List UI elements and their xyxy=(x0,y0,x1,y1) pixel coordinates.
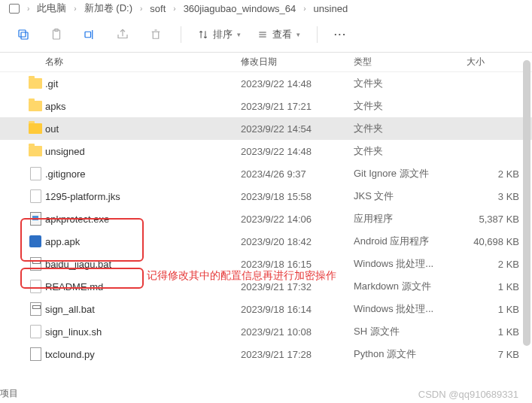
file-date: 2023/9/21 17:32 xyxy=(241,281,354,292)
file-type: JKS 文件 xyxy=(354,189,467,203)
chevron-right-icon: › xyxy=(173,5,175,13)
sort-button[interactable]: 排序 ▾ xyxy=(198,28,241,41)
column-type[interactable]: 类型 xyxy=(354,56,467,68)
file-row[interactable]: README.md2023/9/21 17:32Markdown 源文件1 KB xyxy=(0,275,532,298)
file-date: 2023/9/22 14:54 xyxy=(241,123,354,135)
file-row[interactable]: apkprotect.exe2023/9/22 14:06应用程序5,387 K… xyxy=(0,208,532,230)
file-date: 2023/4/26 9:37 xyxy=(241,168,354,180)
folder-icon xyxy=(29,146,42,156)
file-type: SH 源文件 xyxy=(354,325,467,338)
scrollbar-thumb[interactable] xyxy=(523,60,530,346)
file-type: Markdown 源文件 xyxy=(354,280,467,293)
file-size: 1 KB xyxy=(467,326,519,338)
exe-icon xyxy=(30,212,41,226)
chevron-down-icon: ▾ xyxy=(237,31,241,38)
file-size: 2 KB xyxy=(467,259,519,270)
file-row[interactable]: out2023/9/22 14:54文件夹 xyxy=(0,117,532,140)
file-row[interactable]: sign_linux.sh2023/9/21 10:08SH 源文件1 KB xyxy=(0,320,532,343)
file-name: README.md xyxy=(45,281,241,292)
file-icon xyxy=(30,325,41,338)
file-row[interactable]: baidu_jiagu.bat2023/9/18 16:15Windows 批处… xyxy=(0,253,532,275)
column-name[interactable]: 名称 xyxy=(45,56,241,68)
view-button[interactable]: 查看 ▾ xyxy=(257,28,300,41)
rename-icon[interactable] xyxy=(81,26,98,43)
paste-icon[interactable] xyxy=(48,26,65,43)
file-type: 文件夹 xyxy=(354,122,467,135)
file-size: 1 KB xyxy=(467,281,519,292)
file-type: 文件夹 xyxy=(354,144,467,158)
chevron-right-icon: › xyxy=(27,5,29,13)
share-icon[interactable] xyxy=(114,26,131,43)
file-name: apkprotect.exe xyxy=(45,214,241,225)
divider xyxy=(181,26,181,43)
chevron-right-icon: › xyxy=(74,5,76,13)
file-name: sign_all.bat xyxy=(45,304,241,315)
file-date: 2023/9/22 14:06 xyxy=(241,214,354,225)
file-date: 2023/9/20 18:42 xyxy=(241,236,354,247)
file-row[interactable]: sign_all.bat2023/9/18 16:14Windows 批处理..… xyxy=(0,298,532,320)
file-type: 文件夹 xyxy=(354,99,467,113)
breadcrumb-item[interactable]: 新加卷 (D:) xyxy=(84,2,132,15)
file-date: 2023/9/21 10:08 xyxy=(241,326,354,338)
file-name: app.apk xyxy=(45,236,241,247)
python-icon xyxy=(30,347,41,361)
file-row[interactable]: 1295-platform.jks2023/9/18 15:58JKS 文件3 … xyxy=(0,185,532,208)
file-size: 2 KB xyxy=(467,168,519,180)
bat-icon xyxy=(30,257,41,271)
file-name: .gitignore xyxy=(45,168,241,180)
file-name: txclound.py xyxy=(45,349,241,360)
column-headers: 名称 修改日期 类型 大小 xyxy=(0,53,532,72)
file-list: .git2023/9/22 14:48文件夹apks2023/9/21 17:2… xyxy=(0,72,532,365)
column-date[interactable]: 修改日期 xyxy=(241,56,354,68)
file-date: 2023/9/21 17:21 xyxy=(241,101,354,112)
footer-label: 项目 xyxy=(0,387,18,400)
file-size: 40,698 KB xyxy=(467,236,519,247)
file-name: unsigned xyxy=(45,146,241,157)
file-size: 7 KB xyxy=(467,349,519,360)
bat-icon xyxy=(30,302,41,316)
chevron-down-icon: ▾ xyxy=(296,31,300,38)
trash-icon[interactable] xyxy=(147,26,164,43)
breadcrumb-item[interactable]: 360jiagubao_windows_64 xyxy=(184,3,296,14)
more-button[interactable]: ··· xyxy=(334,29,347,40)
breadcrumb-item[interactable]: unsined xyxy=(314,3,348,14)
file-type: Python 源文件 xyxy=(354,347,467,361)
file-name: 1295-platform.jks xyxy=(45,191,241,202)
svg-rect-1 xyxy=(19,30,26,37)
file-type: Windows 批处理... xyxy=(354,302,467,316)
file-name: baidu_jiagu.bat xyxy=(45,259,241,270)
breadcrumb-item[interactable]: soft xyxy=(150,3,166,14)
file-row[interactable]: .git2023/9/22 14:48文件夹 xyxy=(0,72,532,95)
file-row[interactable]: unsigned2023/9/22 14:48文件夹 xyxy=(0,140,532,162)
svg-rect-4 xyxy=(85,32,91,38)
file-row[interactable]: apks2023/9/21 17:21文件夹 xyxy=(0,95,532,117)
home-icon[interactable] xyxy=(9,4,20,14)
column-size[interactable]: 大小 xyxy=(467,56,519,68)
file-row[interactable]: app.apk2023/9/20 18:42Android 应用程序40,698… xyxy=(0,230,532,253)
copy-icon[interactable] xyxy=(15,26,32,43)
scrollbar[interactable] xyxy=(523,60,530,383)
file-date: 2023/9/18 15:58 xyxy=(241,191,354,202)
breadcrumb-item[interactable]: 此电脑 xyxy=(37,2,66,15)
file-icon xyxy=(30,167,41,180)
file-date: 2023/9/18 16:14 xyxy=(241,304,354,315)
file-name: out xyxy=(45,123,241,135)
divider xyxy=(317,26,318,43)
file-date: 2023/9/22 14:48 xyxy=(241,78,354,89)
folder-icon xyxy=(29,101,42,111)
file-name: .git xyxy=(45,78,241,89)
file-size: 3 KB xyxy=(467,191,519,202)
chevron-right-icon: › xyxy=(303,5,306,13)
file-row[interactable]: txclound.py2023/9/21 17:28Python 源文件7 KB xyxy=(0,343,532,365)
apk-icon xyxy=(29,235,41,247)
file-icon xyxy=(30,189,41,203)
watermark: CSDN @qq910689331 xyxy=(418,389,518,400)
toolbar: 排序 ▾ 查看 ▾ ··· xyxy=(0,17,532,53)
file-type: 文件夹 xyxy=(354,77,467,90)
file-row[interactable]: .gitignore2023/4/26 9:37Git Ignore 源文件2 … xyxy=(0,162,532,185)
file-type: Git Ignore 源文件 xyxy=(354,167,467,180)
file-name: apks xyxy=(45,101,241,112)
file-date: 2023/9/21 17:28 xyxy=(241,349,354,360)
breadcrumb[interactable]: › 此电脑 › 新加卷 (D:) › soft › 360jiagubao_wi… xyxy=(0,0,532,17)
file-name: sign_linux.sh xyxy=(45,326,241,338)
